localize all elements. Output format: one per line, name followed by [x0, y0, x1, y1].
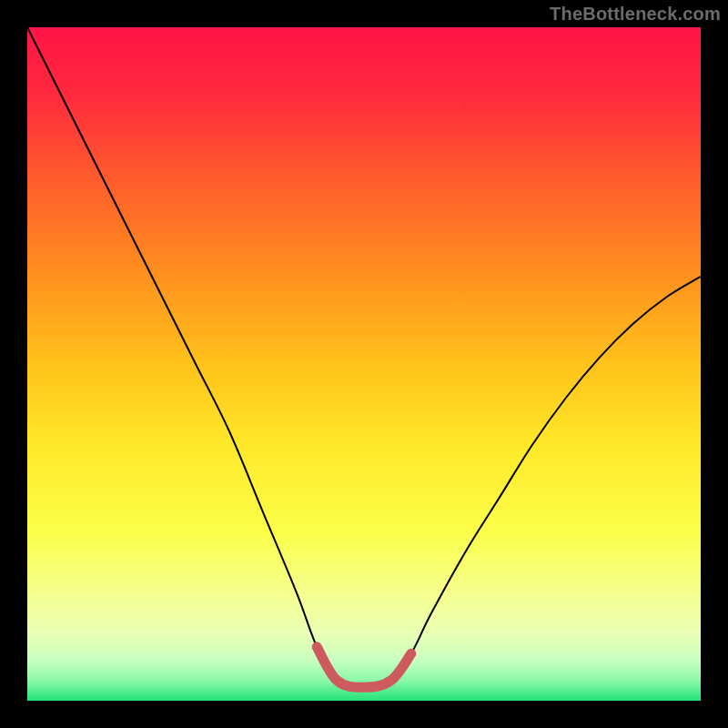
watermark-text: TheBottleneck.com [550, 4, 721, 25]
bottleneck-curve [27, 27, 701, 701]
curve-path [27, 27, 701, 687]
plot-area [27, 27, 701, 701]
curve-highlight [317, 647, 411, 687]
chart-frame: TheBottleneck.com [0, 0, 728, 728]
